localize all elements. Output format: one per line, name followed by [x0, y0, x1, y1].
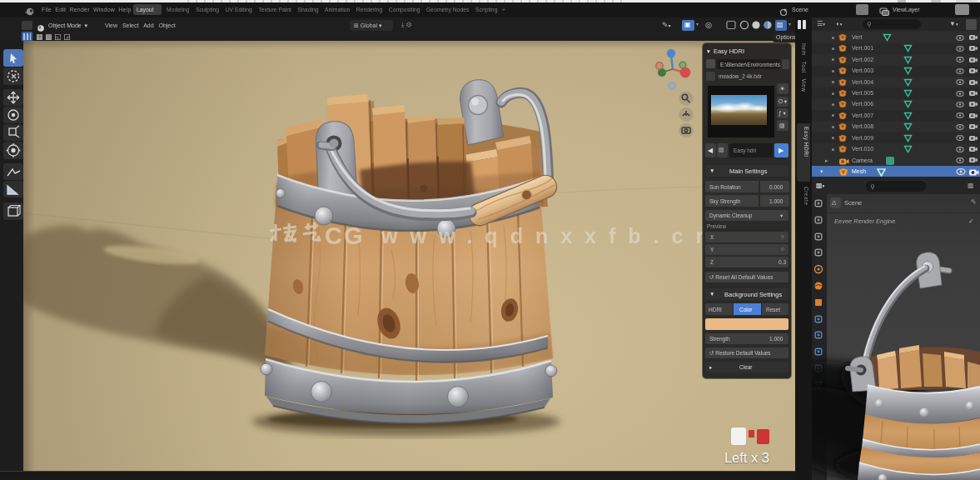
svg-text:www.qdnxxfb.cn: www.qdnxxfb.cn: [381, 224, 714, 248]
svg-text:CG: CG: [325, 222, 365, 249]
